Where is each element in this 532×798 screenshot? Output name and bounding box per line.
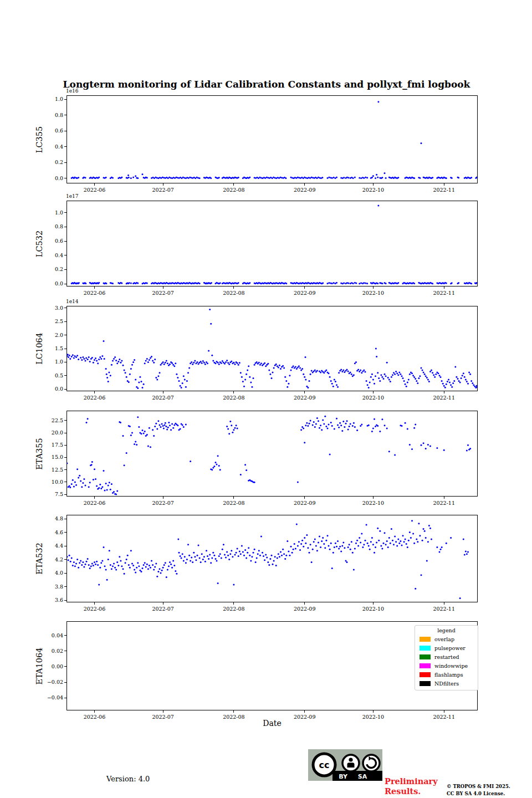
data-point <box>152 564 154 566</box>
y-tick-label: 2.0 <box>41 332 63 338</box>
data-point <box>320 546 321 548</box>
data-point <box>135 571 136 573</box>
data-point <box>176 374 177 375</box>
ndfilters-swatch <box>420 681 431 686</box>
data-point <box>295 548 296 550</box>
data-point <box>322 282 324 284</box>
data-point <box>322 420 324 421</box>
scatter-points <box>67 411 477 496</box>
data-point <box>387 546 389 548</box>
data-point <box>374 552 375 554</box>
data-point <box>112 565 114 567</box>
data-point <box>384 532 386 534</box>
data-point <box>83 358 85 360</box>
data-point <box>231 424 232 426</box>
data-point <box>244 549 246 551</box>
data-point <box>453 380 455 382</box>
data-point <box>465 550 467 552</box>
data-point <box>323 543 325 545</box>
data-point <box>336 282 337 284</box>
data-point <box>353 569 355 571</box>
data-point <box>130 550 132 551</box>
data-point <box>371 177 373 178</box>
data-point <box>368 545 370 547</box>
legend-label: NDfilters <box>434 681 459 687</box>
data-point <box>305 356 306 358</box>
data-point <box>234 364 236 365</box>
x-tick-label: 2022-07 <box>146 290 180 296</box>
data-point <box>330 422 332 423</box>
data-point <box>154 359 156 360</box>
x-tick-label: 2022-09 <box>288 290 321 296</box>
data-point <box>299 367 301 369</box>
data-point <box>296 523 298 525</box>
data-point <box>171 362 173 364</box>
legend-label: windowwipe <box>434 663 468 669</box>
data-point <box>285 177 287 179</box>
data-point <box>352 177 354 179</box>
data-point <box>372 428 374 429</box>
data-point <box>378 540 380 541</box>
data-point <box>82 561 84 563</box>
data-point <box>441 380 443 382</box>
data-point <box>260 536 262 538</box>
data-point <box>117 361 119 362</box>
data-point <box>130 283 132 284</box>
data-point <box>279 365 280 366</box>
data-point <box>237 362 238 364</box>
data-point <box>85 177 86 178</box>
data-point <box>277 557 278 559</box>
data-point <box>89 567 91 569</box>
data-point <box>76 468 78 470</box>
data-point <box>163 564 165 566</box>
data-point <box>356 540 358 541</box>
data-point <box>248 547 249 549</box>
data-point <box>309 423 310 424</box>
data-point <box>69 485 70 487</box>
data-point <box>386 362 388 364</box>
data-point <box>419 177 421 179</box>
data-point <box>226 551 228 553</box>
data-point <box>69 555 70 556</box>
data-point <box>365 283 366 284</box>
data-point <box>304 442 305 443</box>
y-tick-label: 3.0 <box>41 305 63 311</box>
y-tick-label: 3.6 <box>41 597 63 603</box>
data-point <box>150 446 151 448</box>
data-point <box>142 567 144 569</box>
data-point <box>273 560 275 562</box>
data-point <box>177 177 178 178</box>
data-point <box>94 359 95 361</box>
data-point <box>121 360 122 361</box>
data-point <box>156 379 158 381</box>
data-point <box>436 447 438 449</box>
data-point <box>83 566 85 568</box>
data-point <box>405 538 406 540</box>
data-point <box>159 372 161 374</box>
data-point <box>271 377 273 379</box>
data-point <box>134 359 135 361</box>
data-point <box>78 177 79 178</box>
data-point <box>415 588 416 590</box>
data-point <box>89 361 91 362</box>
data-point <box>159 424 161 426</box>
data-point <box>311 561 313 563</box>
data-point <box>217 362 219 364</box>
data-point <box>275 364 277 365</box>
data-point <box>370 376 372 378</box>
data-point <box>238 282 239 284</box>
data-point <box>446 543 447 544</box>
data-point <box>412 375 414 376</box>
data-point <box>267 561 269 563</box>
x-tick-label: 2022-09 <box>288 187 321 193</box>
y-tick <box>64 586 66 587</box>
data-point <box>458 177 459 178</box>
data-point <box>372 379 374 381</box>
data-point <box>319 427 320 429</box>
data-point <box>402 535 404 536</box>
data-point <box>116 561 118 563</box>
data-point <box>202 559 204 560</box>
data-point <box>183 375 185 377</box>
data-point <box>138 426 140 428</box>
data-point <box>385 544 387 545</box>
